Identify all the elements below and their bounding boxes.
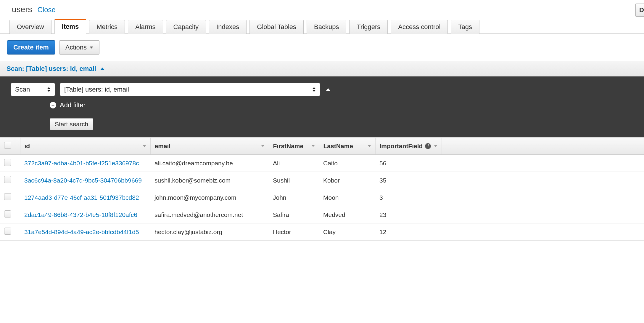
row-email: ali.caito@dreamcompany.be [150,155,269,172]
row-importantfield: 3 [375,189,442,206]
select-arrows-icon [312,87,316,92]
row-checkbox[interactable] [4,159,11,166]
row-email: safira.medved@anothercom.net [150,206,269,223]
row-importantfield: 23 [375,206,442,223]
row-lastname: Caito [319,155,375,172]
items-table: id email FirstName LastName ImportantFie… [0,137,644,241]
tab-bar: OverviewItemsMetricsAlarmsCapacityIndexe… [0,19,644,34]
table-title: users [12,5,32,14]
column-label: email [155,143,171,150]
row-email: john.moon@mycompany.com [150,189,269,206]
row-checkbox[interactable] [4,176,11,183]
row-id-link[interactable]: 1274aad3-d77e-46cf-aa31-501f937bcd82 [24,194,139,201]
tab-capacity[interactable]: Capacity [166,20,206,34]
add-filter-label: Add filter [60,101,86,109]
start-search-button[interactable]: Start search [50,118,93,130]
header: users Close D [0,0,644,19]
table-row: 31a7e54d-894d-4a49-ac2e-bbfcdb44f1d5hect… [0,223,644,241]
scan-panel: Scan [Table] users: id, email + Add filt… [0,76,644,137]
row-lastname: Kobor [319,172,375,189]
divider [50,114,340,114]
chevron-down-icon [90,47,93,49]
column-label: FirstName [273,143,304,150]
scan-summary-bar[interactable]: Scan: [Table] users: id, email [0,61,644,76]
row-id-link[interactable]: 2dac1a49-66b8-4372-b4e5-10f8f120afc6 [24,211,137,218]
row-firstname: Sushil [269,172,319,189]
row-email: sushil.kobor@somebiz.com [150,172,269,189]
plus-circle-icon: + [50,102,56,108]
row-id-link[interactable]: 31a7e54d-894d-4a49-ac2e-bbfcdb44f1d5 [24,228,139,235]
scan-summary-label: Scan: [Table] users: id, email [7,65,96,73]
tab-backups[interactable]: Backups [307,20,346,34]
row-importantfield: 56 [375,155,442,172]
scan-table-select[interactable]: [Table] users: id, email [60,83,320,96]
select-arrows-icon [47,87,51,92]
table-row: 2dac1a49-66b8-4372-b4e5-10f8f120afc6safi… [0,206,644,223]
row-lastname: Medved [319,206,375,223]
row-firstname: Hector [269,223,319,241]
add-filter-button[interactable]: + Add filter [50,101,637,109]
scan-table-value: [Table] users: id, email [64,86,129,93]
column-header-importantfield[interactable]: ImportantField i [375,137,442,155]
column-header-id[interactable]: id [20,137,150,155]
sort-caret-icon [143,145,146,147]
row-checkbox[interactable] [4,210,11,218]
toolbar: Create item Actions [0,34,644,61]
tab-indexes[interactable]: Indexes [209,20,247,34]
collapse-panel-icon[interactable] [326,88,330,91]
tab-tags[interactable]: Tags [451,20,479,34]
right-truncated-button[interactable]: D [635,4,644,17]
row-checkbox[interactable] [4,228,11,235]
column-label: ImportantField [380,143,423,150]
tab-triggers[interactable]: Triggers [349,20,388,34]
chevron-up-icon [100,68,104,70]
row-importantfield: 12 [375,223,442,241]
tab-global-tables[interactable]: Global Tables [249,20,304,34]
row-firstname: Ali [269,155,319,172]
table-row: 1274aad3-d77e-46cf-aa31-501f937bcd82john… [0,189,644,206]
row-importantfield: 35 [375,172,442,189]
column-header-firstname[interactable]: FirstName [269,137,319,155]
tab-alarms[interactable]: Alarms [128,20,163,34]
row-firstname: John [269,189,319,206]
row-id-link[interactable]: 3ac6c94a-8a20-4c7d-9bc5-304706bb9669 [24,177,142,184]
tab-overview[interactable]: Overview [9,20,51,34]
tab-items[interactable]: Items [54,19,86,34]
row-email: hector.clay@justabiz.org [150,223,269,241]
tab-metrics[interactable]: Metrics [89,20,125,34]
row-id-link[interactable]: 372c3a97-adba-4b01-b5fe-f251e336978c [24,160,139,167]
column-label: id [25,143,30,150]
info-icon[interactable]: i [425,143,431,149]
column-header-checkbox [0,137,20,155]
actions-dropdown[interactable]: Actions [59,40,99,55]
row-lastname: Clay [319,223,375,241]
sort-caret-icon [368,145,371,147]
column-header-empty [442,137,644,155]
scan-mode-select[interactable]: Scan [11,83,55,96]
actions-label: Actions [65,44,87,51]
column-label: LastName [323,143,353,150]
scan-mode-value: Scan [15,86,30,93]
table-row: 372c3a97-adba-4b01-b5fe-f251e336978cali.… [0,155,644,172]
column-header-lastname[interactable]: LastName [319,137,375,155]
table-row: 3ac6c94a-8a20-4c7d-9bc5-304706bb9669sush… [0,172,644,189]
row-checkbox[interactable] [4,193,11,200]
tab-access-control[interactable]: Access control [391,20,448,34]
row-lastname: Moon [319,189,375,206]
create-item-button[interactable]: Create item [7,40,55,55]
column-header-email[interactable]: email [150,137,269,155]
select-all-checkbox[interactable] [4,142,11,149]
row-firstname: Safira [269,206,319,223]
sort-caret-icon [434,145,437,147]
sort-caret-icon [261,145,265,147]
close-link[interactable]: Close [37,6,55,14]
sort-caret-icon [311,145,315,147]
